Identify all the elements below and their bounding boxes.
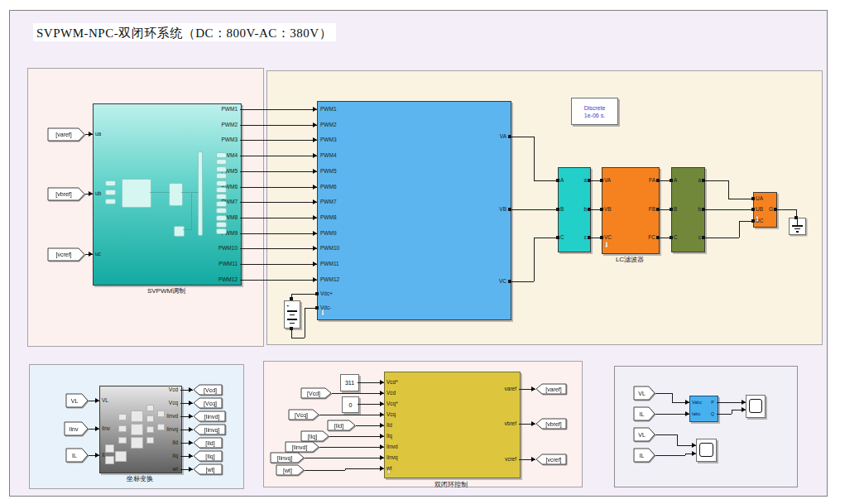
block-icon-line (181, 192, 199, 193)
ground-stem (797, 218, 798, 225)
block-icon-shape (105, 444, 114, 453)
block-icon-shape (115, 451, 127, 462)
from-tag-iinvd[interactable]: [Iinvd] (285, 441, 319, 453)
from-tag-ild[interactable]: [Ild] (327, 420, 356, 431)
wire-arrowhead (313, 262, 317, 266)
powergui-block[interactable]: Discrete 1e-06 s. (571, 98, 618, 125)
block-icon-shape (157, 410, 165, 417)
goto-tag-6[interactable]: [wt] (193, 463, 223, 475)
from-tag-iinvq[interactable]: [Iinvq] (270, 452, 305, 463)
from-tag-il[interactable]: IL (633, 406, 655, 421)
port-label: Vcq (169, 401, 178, 406)
tag-label: [Vcd] (204, 387, 217, 394)
goto-tag-3[interactable]: [Iinvq] (193, 424, 226, 435)
port-square (556, 208, 559, 211)
port-square (508, 208, 511, 211)
tag-label: [vcref] (545, 457, 561, 463)
constant-vcq-ref[interactable]: 0 (342, 396, 359, 413)
from-tag-iinv[interactable]: Iinv (64, 421, 89, 436)
dc-source-block[interactable]: + (284, 300, 300, 329)
port-label: Iinvd (386, 444, 398, 450)
wire-segment (332, 393, 384, 394)
wire-segment (240, 233, 317, 234)
port-square (290, 327, 293, 330)
port-label: FC (648, 235, 655, 241)
wire-segment (240, 156, 317, 156)
tag-label: IL (72, 453, 77, 458)
from-tag-vcq[interactable]: [Vcq] (288, 409, 319, 420)
from-tag-vl[interactable]: VL (633, 386, 655, 401)
goto-tag-4[interactable]: [Ild] (193, 437, 223, 449)
goto-tag-vbref[interactable]: [vbref] (535, 418, 567, 430)
powergui-sample-time: 1e-06 s. (572, 112, 617, 119)
wire-segment (510, 281, 534, 282)
goto-tag-0[interactable]: [Vcd] (193, 384, 223, 396)
block-icon-shape (105, 180, 116, 186)
port-label: ub (95, 191, 101, 197)
port-label: PWM7 (320, 199, 337, 205)
port-label: UB (756, 207, 763, 213)
powergui-mode: Discrete (572, 104, 617, 112)
wire-arrowhead (313, 277, 317, 282)
wire-arrowhead (380, 401, 384, 406)
wire-segment (240, 202, 317, 203)
goto-tag-vcref[interactable]: [vcref] (535, 454, 567, 465)
from-tag-vcref[interactable]: [vcref] (47, 247, 85, 262)
scope-pq[interactable] (746, 395, 766, 418)
from-tag-vcd[interactable]: [Vcd] (300, 387, 332, 399)
transform-caption: 坐标变换 (127, 474, 153, 483)
controller-block[interactable] (384, 372, 521, 478)
port-label: VB (499, 207, 506, 213)
block-icon-shape (131, 410, 143, 422)
port-square (656, 208, 660, 211)
port-label: Vcd* (386, 380, 398, 386)
wire-segment (728, 199, 753, 199)
wire-segment (703, 180, 728, 181)
wire-segment (655, 434, 677, 435)
port-label: PWM3 (222, 137, 238, 143)
ground-block[interactable] (789, 218, 806, 235)
block-icon-pill (216, 228, 227, 234)
scope-screen (699, 443, 713, 457)
model-title: SVPWM-NPC-双闭环系统（DC：800V-AC：380V） (36, 26, 332, 41)
from-tag-vbref[interactable]: [vbref] (47, 187, 85, 201)
tag-label: [Iinvd] (204, 414, 220, 420)
port-label: PWM11 (320, 262, 339, 267)
from-tag-ilq[interactable]: [Ilq] (300, 430, 329, 442)
port-label: a (698, 178, 701, 184)
wire-arrowhead (742, 407, 746, 412)
goto-tag-varef[interactable]: [varef] (535, 383, 567, 395)
goto-tag-5[interactable]: [Ilq] (193, 450, 223, 462)
port-label: Ilq (386, 434, 392, 439)
wire-segment (240, 218, 317, 218)
from-tag-il[interactable]: IL (65, 448, 89, 463)
npc-inverter-block[interactable] (317, 101, 511, 320)
tag-label: [vbref] (545, 421, 562, 428)
block-icon-shape (105, 190, 116, 195)
goto-tag-2[interactable]: [Iinvd] (193, 410, 226, 422)
goto-tag-1[interactable]: [Vcq] (193, 397, 223, 409)
port-label: Vcq (386, 412, 396, 418)
wire-arrowhead (380, 412, 384, 417)
wire-segment (305, 470, 345, 471)
block-icon-line (183, 229, 191, 230)
port-label: Vabc (692, 400, 702, 406)
port-label: PWM8 (320, 215, 337, 221)
scope-vl-il[interactable] (696, 439, 717, 462)
port-label: Vcd (169, 387, 178, 393)
port-label: PWM6 (320, 185, 337, 190)
port-square (702, 208, 705, 211)
from-tag-wt[interactable]: [wt] (276, 464, 305, 476)
from-tag-varef[interactable]: [varef] (47, 127, 85, 142)
from-tag-il[interactable]: IL (633, 448, 655, 463)
tag-label: [Ild] (334, 423, 343, 430)
wire-arrowhead (380, 391, 384, 396)
port-label: wt (386, 466, 392, 472)
from-tag-vl[interactable]: VL (65, 393, 89, 408)
from-tag-vl[interactable]: VL (633, 427, 655, 442)
block-icon-shape (174, 226, 185, 237)
constant-vcd-ref[interactable]: 311 (340, 374, 359, 391)
wire-segment (319, 415, 384, 415)
wire-arrowhead (95, 426, 99, 431)
port-label: vcref (505, 457, 516, 463)
